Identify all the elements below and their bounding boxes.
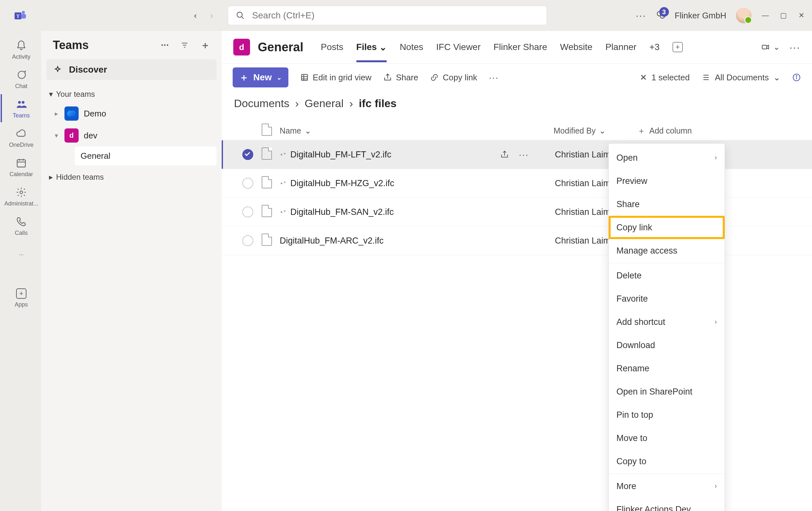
tab-planner[interactable]: Planner: [605, 42, 637, 62]
menu-item-share[interactable]: Share: [609, 193, 725, 216]
row-more-button[interactable]: ···: [519, 149, 529, 160]
edit-grid-button[interactable]: Edit in grid view: [300, 73, 372, 83]
maximize-button[interactable]: ▢: [779, 11, 787, 20]
rail-calls[interactable]: Calls: [1, 212, 40, 240]
channel-more-button[interactable]: ···: [789, 41, 801, 54]
menu-item-copy-to[interactable]: Copy to: [609, 450, 725, 473]
titlebar-more-button[interactable]: ···: [636, 10, 646, 22]
meet-button[interactable]: ⌄: [761, 43, 780, 52]
tab-flinker-share[interactable]: Flinker Share: [494, 42, 547, 62]
rail-chat[interactable]: Chat: [1, 65, 40, 93]
menu-item-label: Open in SharePoint: [616, 387, 692, 397]
close-button[interactable]: ✕: [797, 11, 806, 20]
user-avatar[interactable]: [736, 8, 751, 23]
bell-icon: [16, 40, 27, 51]
rail-teams[interactable]: Teams: [1, 94, 40, 122]
rail-admin[interactable]: Administrat...: [1, 182, 40, 210]
team-row-dev[interactable]: ▾ d dev: [47, 125, 216, 146]
menu-item-label: Manage access: [616, 246, 677, 256]
add-column-button[interactable]: ＋ Add column: [637, 126, 715, 136]
info-icon[interactable]: [792, 73, 801, 82]
discover-row[interactable]: Discover: [47, 59, 216, 80]
menu-item-preview[interactable]: Preview: [609, 169, 725, 193]
menu-item-move-to[interactable]: Move to: [609, 427, 725, 450]
search-box[interactable]: [228, 6, 547, 25]
selection-count[interactable]: ✕ 1 selected: [640, 73, 690, 83]
chevron-right-icon: ›: [715, 318, 717, 326]
menu-item-pin-to-top[interactable]: Pin to top: [609, 403, 725, 427]
file-name[interactable]: DigitalHub_FM-SAN_v2.ifc: [290, 207, 394, 217]
clear-selection-icon[interactable]: ✕: [640, 73, 647, 83]
select-radio[interactable]: [242, 178, 253, 189]
menu-item-add-shortcut[interactable]: Add shortcut›: [609, 310, 725, 333]
filter-icon[interactable]: [180, 41, 189, 49]
activity-feed-button[interactable]: 3: [656, 10, 665, 21]
select-radio[interactable]: [242, 207, 253, 217]
file-name[interactable]: DigitalHub_FM-ARC_v2.ifc: [280, 236, 384, 246]
tabs-overflow[interactable]: +3: [649, 42, 660, 62]
menu-item-open-in-sharepoint[interactable]: Open in SharePoint: [609, 380, 725, 403]
tab-notes[interactable]: Notes: [400, 42, 423, 62]
link-icon: [430, 73, 439, 82]
menu-item-label: Copy link: [616, 223, 652, 233]
menu-item-rename[interactable]: Rename: [609, 357, 725, 380]
channel-general[interactable]: General: [75, 146, 216, 165]
share-icon[interactable]: [500, 150, 509, 159]
rail-label: Teams: [12, 112, 30, 119]
channel-header: d General Posts Files ⌄ Notes IFC Viewer…: [222, 31, 812, 63]
toolbar-more-button[interactable]: ···: [489, 72, 499, 83]
search-input[interactable]: [251, 10, 539, 21]
select-radio[interactable]: [242, 235, 253, 246]
minimize-button[interactable]: —: [761, 11, 770, 20]
team-row-demo[interactable]: ▸ Demo: [47, 103, 216, 125]
select-radio[interactable]: [242, 149, 253, 160]
org-name[interactable]: Flinker GmbH: [675, 11, 726, 21]
name-column-header[interactable]: Name ⌄: [280, 126, 554, 135]
teams-more-button[interactable]: ···: [161, 40, 169, 51]
rail-activity[interactable]: Activity: [1, 35, 40, 63]
rail-onedrive[interactable]: OneDrive: [1, 124, 40, 152]
file-type-column[interactable]: [262, 124, 280, 138]
chevron-down-icon: ⌄: [379, 42, 387, 53]
file-name[interactable]: DigitalHub_FM-LFT_v2.ifc: [290, 150, 392, 160]
menu-item-download[interactable]: Download: [609, 333, 725, 357]
rail-apps[interactable]: + Apps: [1, 284, 40, 311]
menu-item-open[interactable]: Open›: [609, 146, 725, 169]
tab-ifc-viewer[interactable]: IFC Viewer: [436, 42, 481, 62]
new-indicator-icon: ⋆⁺: [280, 180, 286, 187]
svg-text:T: T: [17, 13, 20, 19]
col-label: Name: [280, 126, 301, 135]
plus-icon: ＋: [239, 71, 249, 84]
rail-calendar[interactable]: Calendar: [1, 153, 40, 181]
tab-website[interactable]: Website: [560, 42, 592, 62]
breadcrumb-item[interactable]: Documents: [234, 97, 289, 110]
menu-item-manage-access[interactable]: Manage access: [609, 239, 725, 262]
your-teams-group[interactable]: ▾ Your teams: [47, 86, 216, 103]
group-label-text: Hidden teams: [56, 172, 104, 182]
view-switch[interactable]: All Documents ⌄: [701, 73, 780, 83]
create-team-button[interactable]: ＋: [200, 39, 210, 52]
menu-item-copy-link[interactable]: Copy link: [609, 216, 725, 239]
copy-link-button[interactable]: Copy link: [430, 73, 477, 83]
menu-item-label: Delete: [616, 271, 642, 281]
rail-label: Activity: [12, 54, 30, 60]
menu-item-favorite[interactable]: Favorite: [609, 287, 725, 310]
modifiedby-column-header[interactable]: Modified By ⌄: [554, 126, 637, 135]
team-name: Demo: [84, 109, 106, 119]
menu-item-flinker-actions-dev[interactable]: Flinker Actions Dev: [609, 498, 725, 511]
col-label: Modified By: [554, 126, 596, 135]
share-button[interactable]: Share: [383, 73, 418, 83]
breadcrumb-item[interactable]: General: [304, 97, 344, 110]
tab-files[interactable]: Files ⌄: [356, 42, 387, 62]
forward-button[interactable]: ›: [210, 11, 213, 21]
menu-item-delete[interactable]: Delete: [609, 264, 725, 287]
back-button[interactable]: ‹: [194, 11, 197, 21]
hidden-teams-group[interactable]: ▸ Hidden teams: [47, 169, 216, 186]
tab-posts[interactable]: Posts: [321, 42, 344, 62]
new-button[interactable]: ＋ New ⌄: [233, 68, 288, 87]
chevron-right-icon: ›: [715, 482, 717, 490]
add-tab-button[interactable]: +: [672, 42, 683, 52]
rail-more[interactable]: ···: [1, 247, 40, 261]
menu-item-more[interactable]: More›: [609, 475, 725, 498]
file-name[interactable]: DigitalHub_FM-HZG_v2.ifc: [290, 179, 395, 188]
